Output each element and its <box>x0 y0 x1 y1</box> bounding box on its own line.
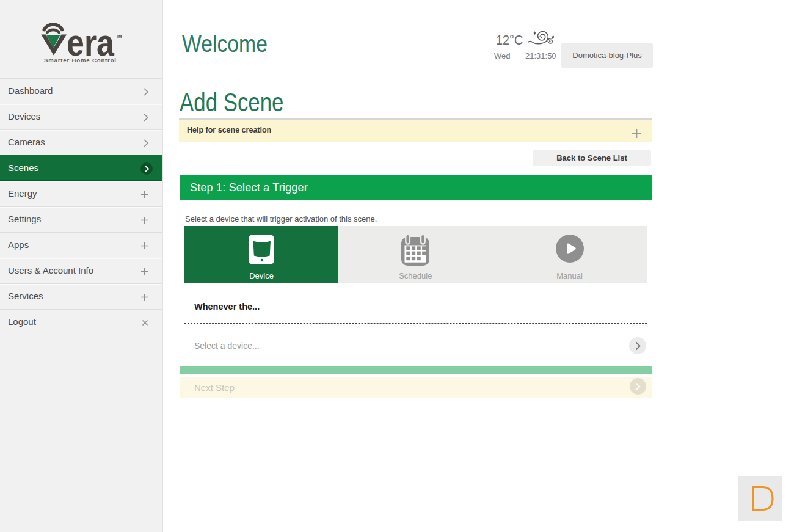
svg-text:Smarter Home Control: Smarter Home Control <box>44 57 116 64</box>
svg-text:TM: TM <box>116 34 122 38</box>
